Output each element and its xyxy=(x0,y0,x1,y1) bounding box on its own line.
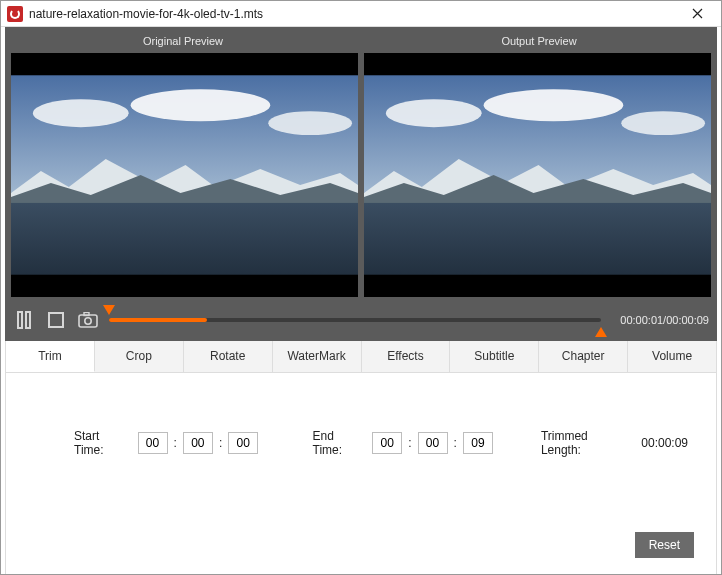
tab-rotate[interactable]: Rotate xyxy=(184,341,273,372)
tab-strip: Trim Crop Rotate WaterMark Effects Subti… xyxy=(6,341,716,373)
colon: : xyxy=(454,436,457,450)
app-icon xyxy=(7,6,23,22)
video-frame-original xyxy=(11,75,358,275)
svg-rect-13 xyxy=(79,315,97,327)
svg-point-6 xyxy=(386,99,482,127)
colon: : xyxy=(219,436,222,450)
output-preview-label: Output Preview xyxy=(361,29,717,53)
svg-rect-10 xyxy=(18,312,22,328)
reset-button[interactable]: Reset xyxy=(635,532,694,558)
tab-crop[interactable]: Crop xyxy=(95,341,184,372)
time-readout: 00:00:01/00:00:09 xyxy=(611,314,709,326)
svg-rect-15 xyxy=(84,313,89,316)
tab-chapter[interactable]: Chapter xyxy=(539,341,628,372)
svg-point-1 xyxy=(33,99,129,127)
svg-point-14 xyxy=(85,318,91,324)
start-time-group: : : xyxy=(138,432,259,454)
timeline-slider[interactable] xyxy=(109,311,601,329)
trim-tab-body: Start Time: : : End Time: : : Trimmed Le… xyxy=(6,373,716,575)
snapshot-button[interactable] xyxy=(77,309,99,331)
start-minutes-input[interactable] xyxy=(183,432,213,454)
close-button[interactable] xyxy=(677,2,717,26)
titlebar: nature-relaxation-movie-for-4k-oled-tv-1… xyxy=(1,1,721,27)
editor-panel: Trim Crop Rotate WaterMark Effects Subti… xyxy=(5,341,717,575)
svg-point-8 xyxy=(621,111,705,135)
timeline-progress xyxy=(109,318,207,322)
original-preview-panel xyxy=(11,53,358,297)
svg-point-3 xyxy=(268,111,352,135)
pause-button[interactable] xyxy=(13,309,35,331)
video-frame-output xyxy=(364,75,711,275)
end-time-label: End Time: xyxy=(313,429,365,457)
start-seconds-input[interactable] xyxy=(228,432,258,454)
tab-effects[interactable]: Effects xyxy=(362,341,451,372)
trim-handle-end[interactable] xyxy=(595,327,607,337)
svg-point-7 xyxy=(484,89,624,121)
original-preview-label: Original Preview xyxy=(5,29,361,53)
trimmed-length-value: 00:00:09 xyxy=(641,436,688,450)
svg-rect-11 xyxy=(26,312,30,328)
pause-icon xyxy=(16,311,32,329)
tab-trim[interactable]: Trim xyxy=(6,341,95,372)
svg-rect-9 xyxy=(364,203,711,275)
colon: : xyxy=(408,436,411,450)
trim-handle-start[interactable] xyxy=(103,305,115,315)
tab-subtitle[interactable]: Subtitle xyxy=(450,341,539,372)
end-minutes-input[interactable] xyxy=(418,432,448,454)
stop-icon xyxy=(48,312,64,328)
end-hours-input[interactable] xyxy=(372,432,402,454)
svg-point-2 xyxy=(131,89,271,121)
end-time-group: : : xyxy=(372,432,493,454)
colon: : xyxy=(174,436,177,450)
preview-area: Original Preview Output Preview xyxy=(5,27,717,341)
tab-volume[interactable]: Volume xyxy=(628,341,716,372)
svg-rect-12 xyxy=(49,313,63,327)
window-title: nature-relaxation-movie-for-4k-oled-tv-1… xyxy=(29,7,677,21)
stop-button[interactable] xyxy=(45,309,67,331)
output-preview-panel xyxy=(364,53,711,297)
start-time-label: Start Time: xyxy=(74,429,130,457)
trimmed-length-label: Trimmed Length: xyxy=(541,429,627,457)
close-icon xyxy=(692,8,703,19)
camera-icon xyxy=(78,312,98,328)
end-seconds-input[interactable] xyxy=(463,432,493,454)
svg-rect-4 xyxy=(11,203,358,275)
playback-controls: 00:00:01/00:00:09 xyxy=(5,305,717,335)
start-hours-input[interactable] xyxy=(138,432,168,454)
tab-watermark[interactable]: WaterMark xyxy=(273,341,362,372)
